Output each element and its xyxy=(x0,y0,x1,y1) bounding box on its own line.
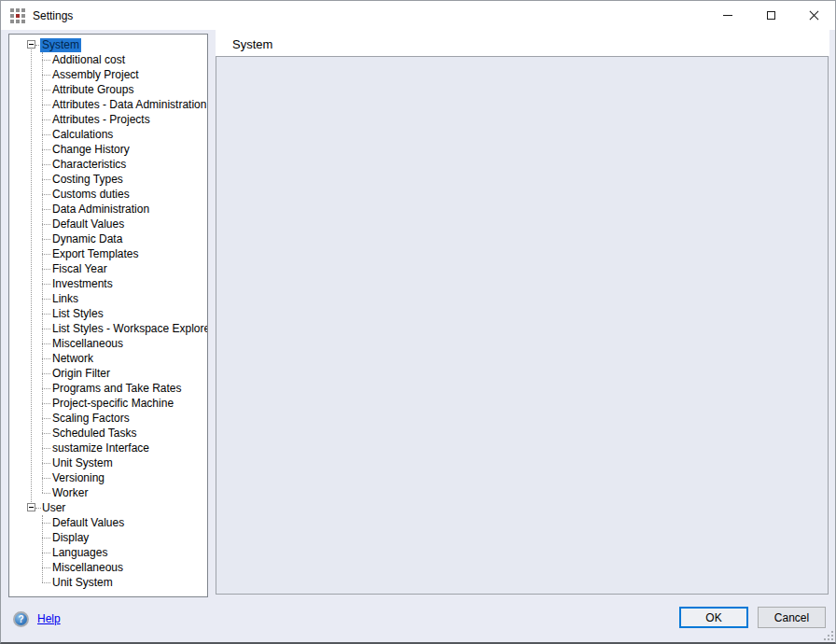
minimize-icon xyxy=(723,15,732,16)
tree-node-label: Worker xyxy=(50,486,90,500)
tree-node-versioning[interactable]: Versioning xyxy=(9,470,207,485)
resize-grip[interactable] xyxy=(823,630,833,640)
tree-node-list-styles-workspace-explorer[interactable]: List Styles - Workspace Explorer xyxy=(9,321,207,336)
tree-node-customs-duties[interactable]: Customs duties xyxy=(9,187,207,202)
tree-node-investments[interactable]: Investments xyxy=(9,276,207,291)
collapse-toggle-icon[interactable] xyxy=(27,40,35,49)
tree-node-label: Scheduled Tasks xyxy=(50,427,139,441)
tree-node-default-values[interactable]: Default Values xyxy=(9,515,207,530)
tree-node-fiscal-year[interactable]: Fiscal Year xyxy=(9,261,207,276)
window-title: Settings xyxy=(33,9,73,22)
tree-node-label: Attribute Groups xyxy=(50,83,135,97)
tree-node-scheduled-tasks[interactable]: Scheduled Tasks xyxy=(9,426,207,441)
settings-tree: SystemAdditional costAssembly ProjectAtt… xyxy=(9,35,207,590)
tree-node-attributes-data-administration[interactable]: Attributes - Data Administration xyxy=(9,97,207,112)
help-link[interactable]: Help xyxy=(37,612,61,625)
caption-buttons xyxy=(706,1,835,30)
tree-node-label: Links xyxy=(50,292,80,306)
tree-node-label: Unit System xyxy=(50,576,115,590)
tree-node-label: Attributes - Projects xyxy=(50,113,152,127)
tree-node-label: Miscellaneous xyxy=(50,561,125,575)
tree-node-label: Additional cost xyxy=(50,53,127,67)
help-icon-glyph: ? xyxy=(18,614,23,624)
tree-node-label: Costing Types xyxy=(50,173,125,187)
tree-node-languages[interactable]: Languages xyxy=(9,545,207,560)
tree-node-origin-filter[interactable]: Origin Filter xyxy=(9,366,207,381)
settings-tree-panel[interactable]: SystemAdditional costAssembly ProjectAtt… xyxy=(8,34,208,597)
tree-node-display[interactable]: Display xyxy=(9,530,207,545)
tree-node-label: Calculations xyxy=(50,128,115,142)
tree-node-assembly-project[interactable]: Assembly Project xyxy=(9,67,207,82)
tree-node-label: Unit System xyxy=(50,456,115,470)
tree-node-label: Languages xyxy=(50,546,109,560)
tree-node-label: Miscellaneous xyxy=(50,337,125,351)
tree-node-programs-and-take-rates[interactable]: Programs and Take Rates xyxy=(9,381,207,396)
close-button[interactable] xyxy=(792,1,835,30)
tree-node-default-values[interactable]: Default Values xyxy=(9,217,207,231)
help-icon: ? xyxy=(13,611,29,627)
tree-node-label: sustamize Interface xyxy=(50,441,151,455)
page-title: System xyxy=(232,37,272,51)
tree-node-label: Network xyxy=(50,352,95,366)
settings-window: Settings SystemAdditional costAssembly P… xyxy=(0,0,836,644)
tree-node-dynamic-data[interactable]: Dynamic Data xyxy=(9,231,207,246)
tree-node-scaling-factors[interactable]: Scaling Factors xyxy=(9,411,207,426)
collapse-toggle-icon[interactable] xyxy=(27,503,35,511)
tree-node-project-specific-machine[interactable]: Project-specific Machine xyxy=(9,396,207,411)
tree-node-label: List Styles xyxy=(50,307,105,321)
tree-node-worker[interactable]: Worker xyxy=(9,485,207,500)
tree-node-attribute-groups[interactable]: Attribute Groups xyxy=(9,82,207,97)
tree-node-sustamize-interface[interactable]: sustamize Interface xyxy=(9,441,207,455)
tree-node-label: Default Values xyxy=(50,516,126,530)
cancel-button[interactable]: Cancel xyxy=(758,607,826,628)
ok-button[interactable]: OK xyxy=(679,607,748,628)
tree-node-export-templates[interactable]: Export Templates xyxy=(9,246,207,261)
tree-node-label: Attributes - Data Administration xyxy=(50,98,208,112)
tree-node-change-history[interactable]: Change History xyxy=(9,142,207,157)
tree-node-label: Investments xyxy=(50,277,115,291)
tree-node-label: Default Values xyxy=(50,217,126,231)
tree-node-label: Export Templates xyxy=(50,247,141,261)
tree-node-label: Origin Filter xyxy=(50,367,112,381)
tree-node-data-administration[interactable]: Data Administration xyxy=(9,202,207,217)
tree-node-label: Assembly Project xyxy=(50,68,141,82)
maximize-button[interactable] xyxy=(749,1,792,30)
tree-node-label: Programs and Take Rates xyxy=(50,382,184,396)
tree-node-label: Display xyxy=(50,531,91,545)
title-bar: Settings xyxy=(1,1,835,30)
tree-node-label: User xyxy=(40,501,67,515)
tree-node-miscellaneous[interactable]: Miscellaneous xyxy=(9,336,207,351)
tree-node-label: Data Administration xyxy=(50,203,151,217)
dialog-client-area: SystemAdditional costAssembly ProjectAtt… xyxy=(1,30,835,642)
tree-node-label: Change History xyxy=(50,143,132,157)
app-grid-logo-icon xyxy=(10,8,25,23)
tree-node-characteristics[interactable]: Characteristics xyxy=(9,157,207,172)
tree-node-label: Versioning xyxy=(50,471,106,485)
tree-node-label: Characteristics xyxy=(50,158,128,172)
tree-node-label: List Styles - Workspace Explorer xyxy=(50,322,208,336)
tree-node-costing-types[interactable]: Costing Types xyxy=(9,172,207,187)
tree-node-calculations[interactable]: Calculations xyxy=(9,127,207,142)
tree-node-attributes-projects[interactable]: Attributes - Projects xyxy=(9,112,207,127)
tree-node-label: Fiscal Year xyxy=(50,262,109,276)
minimize-button[interactable] xyxy=(706,1,749,30)
tree-node-label: Project-specific Machine xyxy=(50,397,175,411)
tree-node-label: Customs duties xyxy=(50,188,132,202)
tree-node-unit-system[interactable]: Unit System xyxy=(9,575,207,590)
tree-node-system[interactable]: System xyxy=(9,37,207,52)
tree-node-list-styles[interactable]: List Styles xyxy=(9,306,207,321)
tree-node-label: Dynamic Data xyxy=(50,232,124,246)
tree-node-label: System xyxy=(40,38,81,52)
tree-node-network[interactable]: Network xyxy=(9,351,207,366)
tree-node-user[interactable]: User xyxy=(9,500,207,515)
maximize-icon xyxy=(767,11,775,20)
tree-node-additional-cost[interactable]: Additional cost xyxy=(9,52,207,67)
tree-node-unit-system[interactable]: Unit System xyxy=(9,455,207,470)
tree-node-links[interactable]: Links xyxy=(9,291,207,306)
main-panel-content xyxy=(216,56,829,595)
tree-node-label: Scaling Factors xyxy=(50,412,132,426)
help-area: ? Help xyxy=(13,609,61,629)
close-icon xyxy=(809,10,819,21)
tree-node-miscellaneous[interactable]: Miscellaneous xyxy=(9,560,207,575)
main-panel-header: System xyxy=(216,30,829,56)
